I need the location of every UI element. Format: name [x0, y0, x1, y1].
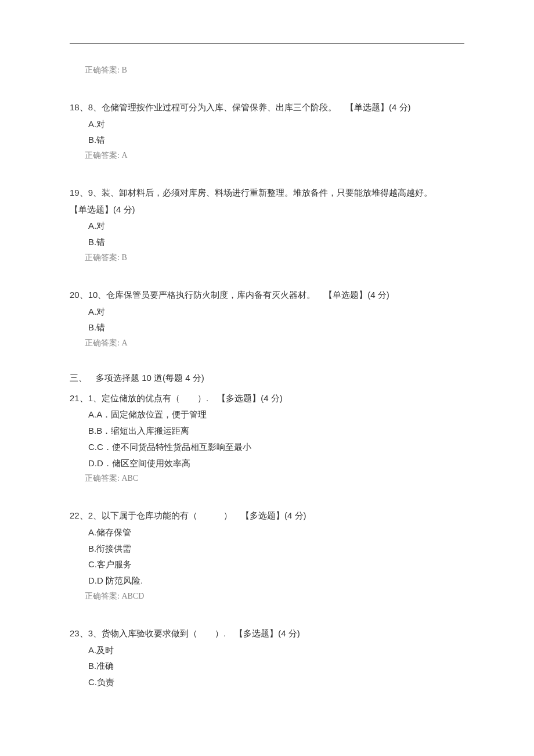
- answer-line: 正确答案: A: [85, 336, 464, 350]
- question-stem: 20、10、仓库保管员要严格执行防火制度，库内备有灭火器材。 【单选题】(4 分…: [70, 287, 464, 304]
- question-19: 19、9、装、卸材料后，必须对库房、料场进行重新整理。堆放备件，只要能放堆得越高…: [70, 185, 464, 265]
- option-c: C.负责: [88, 674, 464, 690]
- option-b: B.错: [88, 319, 464, 336]
- option-c: C.客户服务: [88, 556, 464, 573]
- question-stem: 23、3、货物入库验收要求做到（ ）. 【多选题】(4 分): [70, 625, 464, 642]
- question-20: 20、10、仓库保管员要严格执行防火制度，库内备有灭火器材。 【单选题】(4 分…: [70, 287, 464, 350]
- option-d: D.D．储区空间使用效率高: [88, 455, 464, 471]
- answer-value: ABCD: [121, 592, 144, 600]
- answer-line: 正确答案: A: [85, 148, 464, 163]
- question-23: 23、3、货物入库验收要求做到（ ）. 【多选题】(4 分) A.及时 B.准确…: [70, 625, 464, 690]
- document-content: 正确答案: B 18、8、仓储管理按作业过程可分为入库、保管保养、出库三个阶段。…: [70, 63, 464, 690]
- question-stem: 22、2、以下属于仓库功能的有（ ） 【多选题】(4 分): [70, 507, 464, 524]
- answer-line: 正确答案: ABCD: [85, 589, 464, 603]
- option-b: B.B．缩短出入库搬运距离: [88, 423, 464, 439]
- answer-value: ABC: [121, 474, 138, 483]
- horizontal-rule: [70, 43, 464, 44]
- option-b: B.错: [88, 132, 464, 148]
- option-a: A.对: [88, 116, 464, 132]
- question-stem: 18、8、仓储管理按作业过程可分为入库、保管保养、出库三个阶段。 【单选题】(4…: [70, 99, 464, 116]
- option-d: D.D 防范风险.: [88, 573, 464, 589]
- option-a: A.对: [88, 304, 464, 320]
- answer-label: 正确答案:: [85, 66, 120, 74]
- answer-value: B: [121, 253, 127, 262]
- question-22: 22、2、以下属于仓库功能的有（ ） 【多选题】(4 分) A.储存保管 B.衔…: [70, 507, 464, 603]
- question-21: 21、1、定位储放的优点有（ ）. 【多选题】(4 分) A.A．固定储放位置，…: [70, 390, 464, 486]
- question-stem: 19、9、装、卸材料后，必须对库房、料场进行重新整理。堆放备件，只要能放堆得越高…: [70, 185, 464, 218]
- answer-value: A: [121, 151, 127, 160]
- option-a: A.及时: [88, 642, 464, 658]
- answer-label: 正确答案:: [85, 151, 120, 160]
- option-b: B.错: [88, 234, 464, 250]
- answer-value: A: [121, 339, 127, 347]
- option-a: A.A．固定储放位置，便于管理: [88, 406, 464, 423]
- answer-label: 正确答案:: [85, 474, 120, 483]
- top-answer: 正确答案: B: [85, 63, 464, 77]
- answer-label: 正确答案:: [85, 253, 120, 262]
- option-b: B.准确: [88, 658, 464, 674]
- question-stem: 21、1、定位储放的优点有（ ）. 【多选题】(4 分): [70, 390, 464, 407]
- answer-value: B: [121, 66, 127, 74]
- answer-label: 正确答案:: [85, 339, 120, 347]
- question-18: 18、8、仓储管理按作业过程可分为入库、保管保养、出库三个阶段。 【单选题】(4…: [70, 99, 464, 163]
- answer-label: 正确答案:: [85, 592, 120, 600]
- answer-line: 正确答案: ABC: [85, 471, 464, 485]
- option-a: A.对: [88, 218, 464, 234]
- option-a: A.储存保管: [88, 524, 464, 541]
- option-c: C.C．使不同货品特性货品相互影响至最小: [88, 439, 464, 455]
- section-header: 三、 多项选择题 10 道(每题 4 分): [70, 370, 464, 387]
- answer-line: 正确答案: B: [85, 250, 464, 265]
- option-b: B.衔接供需: [88, 541, 464, 557]
